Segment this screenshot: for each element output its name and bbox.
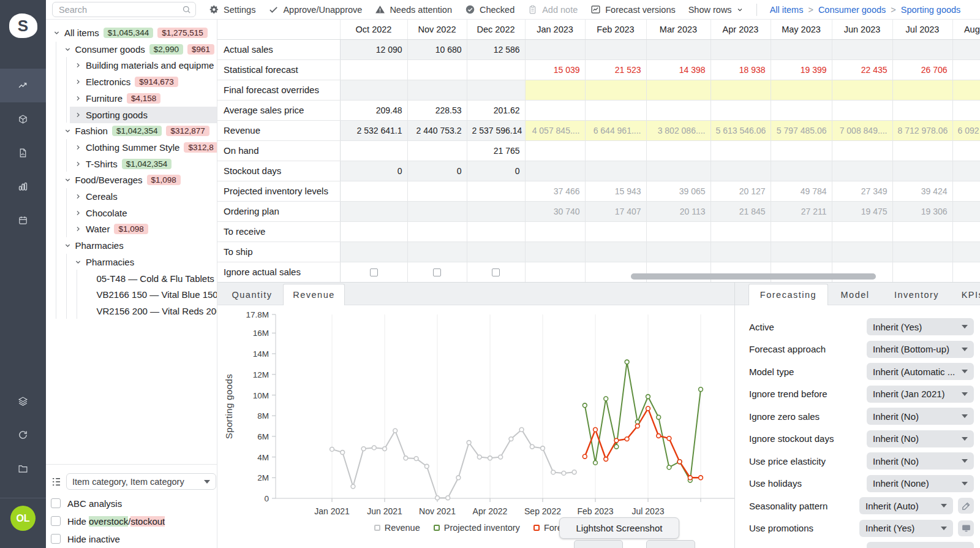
- month-column-header[interactable]: Jul 2023: [892, 20, 952, 39]
- table-cell[interactable]: [585, 242, 646, 262]
- tree-item-all-items[interactable]: All items$1,045,344$1,275,515: [48, 25, 217, 41]
- legend-item-projected-inventory[interactable]: Projected inventory: [434, 523, 520, 533]
- month-column-header[interactable]: May 2023: [771, 20, 832, 39]
- chevron-expanded-icon[interactable]: [52, 28, 64, 37]
- table-cell[interactable]: [340, 221, 407, 242]
- table-cell[interactable]: 4 057 845....: [525, 120, 585, 140]
- table-cell[interactable]: [832, 242, 892, 262]
- table-cell[interactable]: [407, 80, 467, 100]
- table-cell[interactable]: [525, 39, 585, 59]
- sidebar-nav-bar-chart[interactable]: [0, 170, 46, 204]
- chevron-expanded-icon[interactable]: [63, 241, 75, 250]
- table-cell[interactable]: 37 466: [525, 181, 585, 201]
- setting-select-model-type[interactable]: Inherit (Automatic ...: [867, 363, 974, 380]
- setting-select-ignore-zero-sales[interactable]: Inherit (No): [867, 408, 974, 425]
- toolbar-needs-attention-button[interactable]: Needs attention: [375, 4, 452, 15]
- row-label[interactable]: Average sales price: [217, 100, 340, 120]
- table-cell[interactable]: 8 712 978.06: [892, 120, 952, 140]
- table-cell[interactable]: [525, 80, 585, 100]
- checkbox-icon[interactable]: [433, 268, 441, 276]
- table-cell[interactable]: [646, 100, 710, 120]
- table-cell[interactable]: [771, 140, 832, 161]
- table-cell[interactable]: [952, 161, 980, 181]
- table-cell[interactable]: 0: [467, 161, 525, 181]
- table-cell[interactable]: [585, 80, 646, 100]
- table-cell[interactable]: 39 424: [892, 181, 952, 201]
- breadcrumb-all-items[interactable]: All items: [770, 5, 804, 15]
- table-cell[interactable]: 20 113: [646, 201, 710, 221]
- table-cell[interactable]: [525, 100, 585, 120]
- sidebar-nav-trend[interactable]: [0, 69, 46, 102]
- tree-item-consumer-goods[interactable]: Consumer goods$2,990$961: [59, 41, 218, 58]
- table-cell[interactable]: [467, 80, 525, 100]
- table-cell[interactable]: [832, 161, 892, 181]
- table-cell[interactable]: [832, 221, 892, 242]
- table-cell[interactable]: [771, 100, 832, 120]
- table-cell[interactable]: 201.62: [467, 100, 525, 120]
- table-cell[interactable]: [952, 59, 980, 80]
- setting-select-use-holidays[interactable]: Inherit (None): [867, 475, 974, 492]
- setting-select-seasonality-pattern[interactable]: Inherit (Auto): [859, 497, 953, 514]
- row-label[interactable]: On hand: [217, 140, 340, 161]
- table-cell[interactable]: 15 039: [525, 59, 585, 80]
- table-cell[interactable]: [832, 100, 892, 120]
- table-cell[interactable]: [952, 181, 980, 201]
- row-label[interactable]: Projected inventory levels: [217, 181, 340, 201]
- row-label[interactable]: To ship: [217, 242, 340, 262]
- table-cell[interactable]: [892, 221, 952, 242]
- table-cell[interactable]: [710, 39, 771, 59]
- pencil-icon-button[interactable]: [958, 498, 974, 514]
- month-column-header[interactable]: Feb 2023: [585, 20, 646, 39]
- tree-item-pharmacies[interactable]: Pharmacies: [59, 237, 218, 254]
- table-cell[interactable]: [892, 242, 952, 262]
- chevron-expanded-icon[interactable]: [63, 126, 75, 135]
- lightshot-button[interactable]: [574, 540, 623, 548]
- toolbar-settings-button[interactable]: Settings: [209, 4, 255, 15]
- breadcrumb-consumer-goods[interactable]: Consumer goods: [818, 5, 886, 15]
- table-cell[interactable]: 5 613 546.06: [710, 120, 771, 140]
- group-by-select[interactable]: Item category, Item category: [66, 473, 216, 490]
- toolbar-approve-unapprove-button[interactable]: Approve/Unapprove: [268, 4, 362, 15]
- tree-item-vb2166-150-vital-blue-150-g[interactable]: VB2166 150 — Vital Blue 150 g: [81, 286, 218, 303]
- table-cell[interactable]: [710, 140, 771, 161]
- search-input[interactable]: [52, 2, 196, 17]
- table-cell[interactable]: 30 740: [525, 201, 585, 221]
- table-cell[interactable]: 2 532 641.1: [340, 120, 407, 140]
- app-logo[interactable]: S: [0, 13, 46, 38]
- table-cell[interactable]: [407, 242, 467, 262]
- month-column-header[interactable]: Jan 2023: [525, 20, 585, 39]
- table-cell[interactable]: 6 644 961....: [585, 120, 646, 140]
- row-label[interactable]: Revenue: [217, 120, 340, 140]
- toolbar-checked-button[interactable]: Checked: [465, 4, 514, 15]
- table-cell[interactable]: [585, 161, 646, 181]
- table-cell[interactable]: [771, 161, 832, 181]
- toolbar-show-rows-button[interactable]: Show rows: [688, 5, 744, 15]
- chart-tab-revenue[interactable]: Revenue: [283, 284, 345, 305]
- tree-item-clothing-summer-style[interactable]: Clothing Summer Style$312,8: [70, 139, 217, 156]
- tree-item-water[interactable]: Water$1,098: [70, 221, 217, 237]
- table-cell[interactable]: [525, 140, 585, 161]
- lightshot-button[interactable]: [646, 540, 695, 548]
- table-cell[interactable]: [952, 242, 980, 262]
- horizontal-scrollbar[interactable]: [631, 273, 876, 280]
- setting-select-cutoff[interactable]: [867, 542, 974, 548]
- legend-item-revenue[interactable]: Revenue: [374, 523, 420, 533]
- table-cell[interactable]: 22 435: [832, 59, 892, 80]
- chart-tab-quantity[interactable]: Quantity: [221, 284, 283, 305]
- table-cell[interactable]: [407, 201, 467, 221]
- table-cell[interactable]: [771, 39, 832, 59]
- row-label[interactable]: Ignore actual sales: [217, 262, 340, 282]
- chevron-collapsed-icon[interactable]: [74, 94, 86, 103]
- table-cell[interactable]: 14 398: [646, 59, 710, 80]
- row-label[interactable]: To receive: [217, 221, 340, 242]
- table-cell[interactable]: [771, 242, 832, 262]
- table-cell[interactable]: [952, 100, 980, 120]
- month-column-header[interactable]: Mar 2023: [646, 20, 710, 39]
- table-cell[interactable]: [646, 39, 710, 59]
- table-cell[interactable]: 3 802 086....: [646, 120, 710, 140]
- table-cell[interactable]: [646, 242, 710, 262]
- table-cell[interactable]: [467, 262, 525, 282]
- table-cell[interactable]: [340, 80, 407, 100]
- setting-select-active[interactable]: Inherit (Yes): [867, 318, 974, 335]
- checkbox-icon[interactable]: [492, 268, 500, 276]
